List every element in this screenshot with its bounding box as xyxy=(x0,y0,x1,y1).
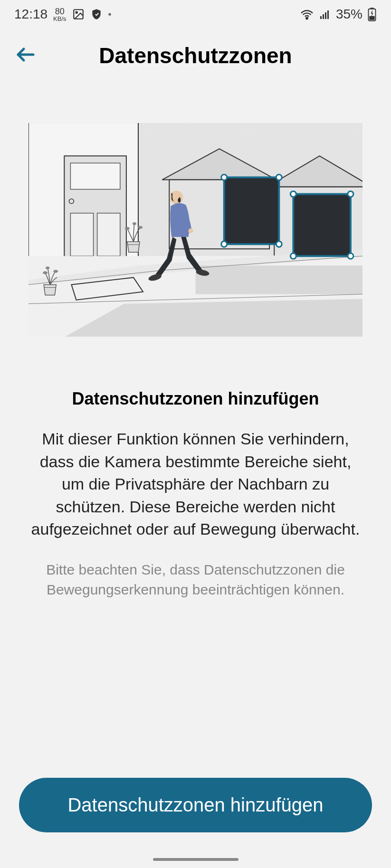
svg-point-39 xyxy=(221,175,227,180)
svg-rect-8 xyxy=(370,8,374,9)
svg-rect-9 xyxy=(369,16,374,20)
shield-icon xyxy=(90,8,103,20)
header: Datenschutzzonen xyxy=(0,28,391,78)
svg-rect-38 xyxy=(224,178,279,245)
svg-rect-3 xyxy=(320,16,322,19)
svg-point-30 xyxy=(43,271,48,274)
status-time: 12:18 xyxy=(14,7,48,22)
svg-point-41 xyxy=(221,241,227,247)
status-bar: 12:18 80 KB/s • 35% xyxy=(0,0,391,28)
svg-point-40 xyxy=(276,175,282,180)
svg-point-42 xyxy=(276,241,282,247)
status-network-speed: 80 KB/s xyxy=(53,7,66,22)
svg-point-49 xyxy=(178,198,181,203)
svg-rect-5 xyxy=(325,12,326,19)
wifi-icon xyxy=(300,9,314,20)
privacy-zone-1 xyxy=(221,175,282,247)
svg-rect-27 xyxy=(196,265,363,294)
svg-point-44 xyxy=(290,191,296,197)
battery-percent: 35% xyxy=(336,7,362,22)
signal-icon xyxy=(319,9,331,20)
illustration xyxy=(29,123,362,337)
svg-point-32 xyxy=(46,266,49,269)
page-title: Datenschutzzonen xyxy=(14,43,377,68)
content-heading: Datenschutzzonen hinzufügen xyxy=(29,389,362,409)
add-privacy-zones-button[interactable]: Datenschutzzonen hinzufügen xyxy=(19,778,372,832)
svg-rect-21 xyxy=(97,213,120,256)
svg-point-2 xyxy=(306,18,308,19)
svg-point-1 xyxy=(76,12,77,13)
svg-point-36 xyxy=(133,222,136,225)
content-body: Mit dieser Funktion können Sie verhinder… xyxy=(29,428,362,541)
svg-rect-18 xyxy=(70,163,120,189)
svg-rect-20 xyxy=(70,213,93,256)
svg-point-45 xyxy=(348,191,353,197)
svg-point-47 xyxy=(348,253,353,259)
image-icon xyxy=(72,8,85,20)
dot-icon: • xyxy=(108,9,112,20)
svg-point-31 xyxy=(53,270,58,273)
battery-icon xyxy=(367,7,377,21)
svg-rect-43 xyxy=(293,194,351,256)
status-right: 35% xyxy=(300,7,377,22)
svg-point-46 xyxy=(290,253,296,259)
content-note: Bitte beachten Sie, dass Datenschutzzone… xyxy=(29,560,362,600)
svg-point-50 xyxy=(188,228,193,233)
privacy-zone-2 xyxy=(290,191,353,259)
back-button[interactable] xyxy=(14,43,37,68)
svg-rect-6 xyxy=(327,10,329,19)
status-left: 12:18 80 KB/s • xyxy=(14,7,112,22)
svg-point-34 xyxy=(125,227,130,230)
content: Datenschutzzonen hinzufügen Mit dieser F… xyxy=(0,337,391,600)
svg-rect-4 xyxy=(323,14,324,19)
nav-handle[interactable] xyxy=(153,858,238,861)
svg-point-35 xyxy=(138,226,143,229)
